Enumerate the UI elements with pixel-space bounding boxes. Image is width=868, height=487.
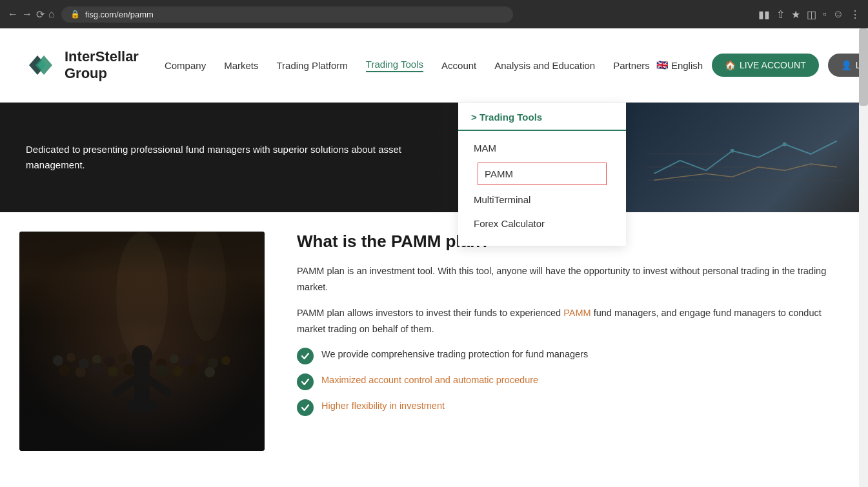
svg-point-9: [53, 355, 63, 366]
pamm-text-1a: PAMM plan is an investment tool. With th…: [297, 266, 826, 292]
nav-links: Company Markets Trading Platform Trading…: [165, 59, 650, 72]
check-icon-1: [297, 348, 314, 364]
hero-image-visual: [623, 103, 868, 212]
live-account-icon: 🏠: [725, 60, 736, 70]
svg-point-27: [123, 364, 135, 375]
feature-item-2: Maximized account control and automatic …: [297, 373, 836, 390]
svg-point-7: [783, 143, 787, 146]
svg-point-21: [208, 358, 218, 368]
feature-highlight-3: Higher flexibility in investment: [321, 401, 445, 411]
pamm-text-highlight-1: PAMM: [563, 308, 590, 318]
browser-nav-buttons[interactable]: ← → ⟳ ⌂: [8, 8, 55, 21]
split-icon[interactable]: ▫: [823, 8, 827, 21]
svg-point-29: [156, 364, 167, 376]
svg-point-10: [66, 353, 76, 362]
check-icon-2: [297, 373, 314, 390]
svg-point-37: [132, 345, 152, 366]
flag-icon: 🇬🇧: [656, 59, 669, 71]
nav-analysis-education[interactable]: Analysis and Education: [494, 60, 595, 71]
crowd-image: [19, 232, 265, 451]
nav-partners[interactable]: Partners: [613, 60, 650, 71]
crowd-svg: [19, 232, 265, 451]
check-icon-3: [297, 399, 314, 416]
login-icon: 👤: [841, 60, 852, 70]
browser-chrome: ← → ⟳ ⌂ 🔒 fisg.com/en/pamm ▮▮ ⇧ ★ ◫ ▫ ☺ …: [0, 0, 868, 28]
svg-point-6: [731, 149, 734, 153]
feature-text-3: Higher flexibility in investment: [321, 399, 445, 413]
trading-tools-dropdown: > Trading Tools MAM PAMM MultiTerminal F…: [458, 103, 626, 246]
svg-point-30: [172, 366, 183, 377]
pamm-text-2a: PAMM plan allows investors to invest the…: [297, 308, 563, 318]
cast-icon[interactable]: ▮▮: [758, 8, 770, 21]
language-label: English: [671, 60, 703, 71]
language-selector[interactable]: 🇬🇧 English: [656, 59, 703, 71]
nav-right: 🇬🇧 English 🏠 LIVE ACCOUNT 👤 LOG IN: [656, 54, 868, 77]
svg-point-13: [105, 357, 115, 367]
back-button[interactable]: ←: [8, 8, 18, 20]
nav-account[interactable]: Account: [441, 60, 476, 71]
profile-icon[interactable]: ☺: [833, 8, 843, 21]
svg-point-20: [196, 353, 205, 363]
right-content-section: What is the PAMM plan? PAMM plan is an i…: [284, 212, 868, 451]
scrollbar-track[interactable]: [859, 28, 868, 477]
live-account-button[interactable]: 🏠 LIVE ACCOUNT: [712, 54, 819, 77]
refresh-button[interactable]: ⟳: [36, 8, 45, 21]
svg-point-24: [76, 367, 86, 377]
hero-section: Dedicated to presenting professional fun…: [0, 103, 868, 212]
svg-point-12: [92, 355, 101, 364]
svg-point-22: [221, 356, 230, 365]
dropdown-header: > Trading Tools: [458, 103, 626, 131]
scrollbar-thumb[interactable]: [859, 28, 868, 106]
logo[interactable]: InterStellar Group: [19, 46, 139, 84]
url-text: fisg.com/en/pamm: [85, 10, 154, 19]
lock-icon: 🔒: [70, 10, 80, 19]
svg-point-26: [108, 366, 118, 377]
extension-icon[interactable]: ◫: [807, 8, 816, 21]
feature-text-2: Maximized account control and automatic …: [321, 373, 538, 388]
dropdown-item-mam[interactable]: MAM: [458, 136, 626, 160]
main-content: What is the PAMM plan? PAMM plan is an i…: [0, 212, 868, 477]
feature-item-3: Higher flexibility in investment: [297, 399, 836, 416]
svg-point-25: [91, 363, 103, 375]
left-image-section: [0, 212, 284, 451]
browser-actions: ▮▮ ⇧ ★ ◫ ▫ ☺ ⋮: [758, 8, 860, 21]
feature-highlight-2: Maximized account control and automatic …: [321, 375, 538, 385]
nav-company[interactable]: Company: [165, 60, 206, 71]
bookmark-icon[interactable]: ★: [791, 8, 800, 21]
address-bar[interactable]: 🔒 fisg.com/en/pamm: [61, 6, 513, 23]
share-icon[interactable]: ⇧: [776, 8, 785, 21]
logo-icon: [19, 46, 58, 84]
svg-point-14: [118, 353, 127, 363]
svg-point-18: [170, 354, 179, 363]
nav-markets[interactable]: Markets: [224, 60, 258, 71]
svg-point-32: [205, 367, 215, 377]
feature-list: We provide comprehensive trading protect…: [297, 348, 836, 416]
forward-button[interactable]: →: [22, 8, 32, 20]
feature-item-1: We provide comprehensive trading protect…: [297, 348, 836, 364]
hero-description: Dedicated to presenting professional fun…: [26, 142, 426, 173]
hero-text-block: Dedicated to presenting professional fun…: [0, 123, 452, 192]
svg-rect-36: [134, 361, 150, 406]
nav-trading-platform[interactable]: Trading Platform: [276, 60, 347, 71]
svg-point-33: [116, 232, 168, 361]
home-button[interactable]: ⌂: [48, 8, 55, 20]
nav-trading-tools[interactable]: Trading Tools: [366, 59, 423, 72]
dropdown-item-multiterminal[interactable]: MultiTerminal: [458, 188, 626, 212]
svg-point-23: [59, 364, 70, 376]
navbar: InterStellar Group Company Markets Tradi…: [0, 28, 868, 103]
svg-point-31: [188, 364, 199, 375]
feature-text-1: We provide comprehensive trading protect…: [321, 348, 588, 362]
pamm-paragraph-1: PAMM plan is an investment tool. With th…: [297, 263, 836, 295]
dropdown-item-pamm[interactable]: PAMM: [478, 163, 607, 185]
dropdown-item-forex-calculator[interactable]: Forex Calculator: [458, 212, 626, 235]
pamm-paragraph-2: PAMM plan allows investors to invest the…: [297, 305, 836, 337]
menu-icon[interactable]: ⋮: [850, 8, 860, 21]
dropdown-title: > Trading Tools: [471, 112, 542, 123]
live-account-label: LIVE ACCOUNT: [740, 60, 806, 70]
hero-image: [623, 103, 868, 212]
logo-text: InterStellar Group: [65, 48, 139, 83]
hero-chart-lines: [647, 115, 843, 200]
